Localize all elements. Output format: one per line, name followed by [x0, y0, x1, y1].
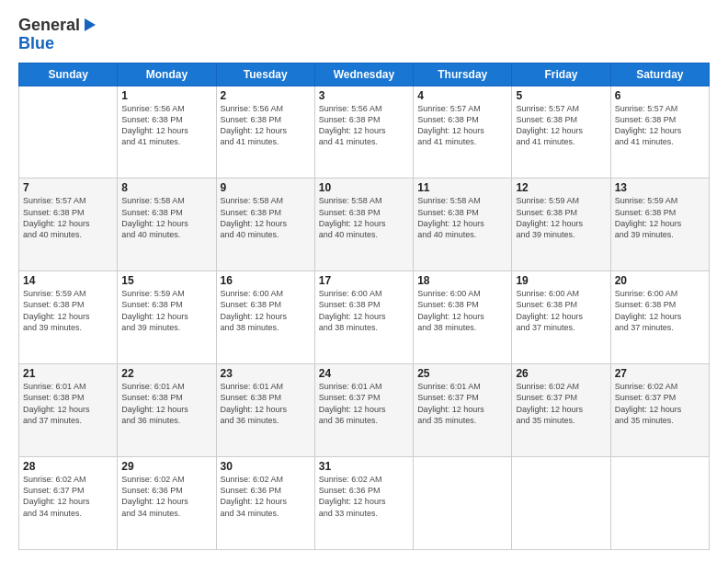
header: General Blue	[18, 17, 710, 53]
day-number: 20	[615, 274, 705, 287]
day-number: 3	[319, 89, 409, 102]
day-number: 14	[23, 274, 113, 287]
calendar-cell: 4Sunrise: 5:57 AMSunset: 6:38 PMDaylight…	[414, 86, 512, 178]
day-info: Sunrise: 6:02 AMSunset: 6:37 PMDaylight:…	[516, 381, 606, 426]
day-number: 17	[319, 274, 409, 287]
logo-blue-text: Blue	[18, 34, 54, 52]
calendar-cell	[512, 457, 610, 550]
calendar-cell: 12Sunrise: 5:59 AMSunset: 6:38 PMDayligh…	[512, 178, 610, 271]
day-info: Sunrise: 6:00 AMSunset: 6:38 PMDaylight:…	[615, 288, 705, 333]
day-number: 22	[121, 367, 211, 380]
day-info: Sunrise: 6:00 AMSunset: 6:38 PMDaylight:…	[221, 288, 311, 333]
logo-general-text: General	[18, 17, 80, 35]
calendar-cell: 25Sunrise: 6:01 AMSunset: 6:37 PMDayligh…	[414, 364, 512, 457]
week-row-4: 21Sunrise: 6:01 AMSunset: 6:38 PMDayligh…	[19, 364, 710, 457]
day-number: 15	[121, 274, 211, 287]
calendar-cell: 2Sunrise: 5:56 AMSunset: 6:38 PMDaylight…	[216, 86, 314, 178]
calendar-cell: 8Sunrise: 5:58 AMSunset: 6:38 PMDaylight…	[118, 178, 216, 271]
day-info: Sunrise: 6:01 AMSunset: 6:37 PMDaylight:…	[319, 381, 409, 426]
weekday-header-wednesday: Wednesday	[314, 63, 413, 86]
calendar-cell: 18Sunrise: 6:00 AMSunset: 6:38 PMDayligh…	[414, 271, 512, 364]
day-info: Sunrise: 5:57 AMSunset: 6:38 PMDaylight:…	[23, 195, 113, 240]
day-info: Sunrise: 6:02 AMSunset: 6:36 PMDaylight:…	[221, 474, 311, 519]
day-number: 28	[23, 460, 113, 473]
week-row-3: 14Sunrise: 5:59 AMSunset: 6:38 PMDayligh…	[19, 271, 710, 364]
logo-icon	[81, 17, 97, 33]
calendar-cell: 15Sunrise: 5:59 AMSunset: 6:38 PMDayligh…	[118, 271, 216, 364]
day-number: 2	[221, 89, 311, 102]
calendar-cell: 20Sunrise: 6:00 AMSunset: 6:38 PMDayligh…	[610, 271, 709, 364]
day-info: Sunrise: 6:02 AMSunset: 6:37 PMDaylight:…	[615, 381, 705, 426]
day-info: Sunrise: 5:56 AMSunset: 6:38 PMDaylight:…	[319, 103, 409, 148]
calendar-cell: 16Sunrise: 6:00 AMSunset: 6:38 PMDayligh…	[216, 271, 314, 364]
day-info: Sunrise: 5:58 AMSunset: 6:38 PMDaylight:…	[121, 195, 211, 240]
calendar-cell	[414, 457, 512, 550]
calendar-cell: 7Sunrise: 5:57 AMSunset: 6:38 PMDaylight…	[19, 178, 118, 271]
day-number: 5	[516, 89, 606, 102]
weekday-header-friday: Friday	[512, 63, 610, 86]
day-number: 11	[417, 181, 507, 194]
day-number: 1	[121, 89, 211, 102]
calendar-cell: 1Sunrise: 5:56 AMSunset: 6:38 PMDaylight…	[118, 86, 216, 178]
week-row-5: 28Sunrise: 6:02 AMSunset: 6:37 PMDayligh…	[19, 457, 710, 550]
calendar-cell	[610, 457, 709, 550]
day-info: Sunrise: 5:56 AMSunset: 6:38 PMDaylight:…	[121, 103, 211, 148]
day-info: Sunrise: 6:00 AMSunset: 6:38 PMDaylight:…	[319, 288, 409, 333]
calendar-cell: 17Sunrise: 6:00 AMSunset: 6:38 PMDayligh…	[314, 271, 413, 364]
day-info: Sunrise: 5:59 AMSunset: 6:38 PMDaylight:…	[23, 288, 113, 333]
day-number: 9	[221, 181, 311, 194]
day-number: 26	[516, 367, 606, 380]
calendar-cell: 23Sunrise: 6:01 AMSunset: 6:38 PMDayligh…	[216, 364, 314, 457]
day-number: 25	[417, 367, 507, 380]
calendar-page: General Blue SundayMondayTuesdayWednesda…	[0, 0, 728, 563]
day-number: 23	[221, 367, 311, 380]
day-number: 27	[615, 367, 705, 380]
calendar-cell: 14Sunrise: 5:59 AMSunset: 6:38 PMDayligh…	[19, 271, 118, 364]
day-info: Sunrise: 6:02 AMSunset: 6:36 PMDaylight:…	[121, 474, 211, 519]
logo: General Blue	[18, 17, 97, 53]
calendar-cell: 11Sunrise: 5:58 AMSunset: 6:38 PMDayligh…	[414, 178, 512, 271]
weekday-header-thursday: Thursday	[414, 63, 512, 86]
day-number: 16	[221, 274, 311, 287]
weekday-header-tuesday: Tuesday	[216, 63, 314, 86]
weekday-header-sunday: Sunday	[19, 63, 118, 86]
day-number: 24	[319, 367, 409, 380]
calendar-cell: 29Sunrise: 6:02 AMSunset: 6:36 PMDayligh…	[118, 457, 216, 550]
day-info: Sunrise: 6:01 AMSunset: 6:38 PMDaylight:…	[221, 381, 311, 426]
calendar-cell: 21Sunrise: 6:01 AMSunset: 6:38 PMDayligh…	[19, 364, 118, 457]
day-number: 19	[516, 274, 606, 287]
calendar-cell: 5Sunrise: 5:57 AMSunset: 6:38 PMDaylight…	[512, 86, 610, 178]
day-number: 8	[121, 181, 211, 194]
calendar-cell: 30Sunrise: 6:02 AMSunset: 6:36 PMDayligh…	[216, 457, 314, 550]
day-info: Sunrise: 5:57 AMSunset: 6:38 PMDaylight:…	[417, 103, 507, 148]
calendar-cell: 26Sunrise: 6:02 AMSunset: 6:37 PMDayligh…	[512, 364, 610, 457]
weekday-header-saturday: Saturday	[610, 63, 709, 86]
day-info: Sunrise: 6:01 AMSunset: 6:38 PMDaylight:…	[23, 381, 113, 426]
calendar-cell: 24Sunrise: 6:01 AMSunset: 6:37 PMDayligh…	[314, 364, 413, 457]
day-info: Sunrise: 5:57 AMSunset: 6:38 PMDaylight:…	[615, 103, 705, 148]
day-number: 31	[319, 460, 409, 473]
day-info: Sunrise: 5:58 AMSunset: 6:38 PMDaylight:…	[417, 195, 507, 240]
calendar-cell	[19, 86, 118, 178]
calendar-cell: 19Sunrise: 6:00 AMSunset: 6:38 PMDayligh…	[512, 271, 610, 364]
calendar-cell: 31Sunrise: 6:02 AMSunset: 6:36 PMDayligh…	[314, 457, 413, 550]
day-info: Sunrise: 5:58 AMSunset: 6:38 PMDaylight:…	[319, 195, 409, 240]
day-info: Sunrise: 5:57 AMSunset: 6:38 PMDaylight:…	[516, 103, 606, 148]
day-info: Sunrise: 5:56 AMSunset: 6:38 PMDaylight:…	[221, 103, 311, 148]
day-info: Sunrise: 5:58 AMSunset: 6:38 PMDaylight:…	[221, 195, 311, 240]
calendar-cell: 28Sunrise: 6:02 AMSunset: 6:37 PMDayligh…	[19, 457, 118, 550]
calendar-cell: 10Sunrise: 5:58 AMSunset: 6:38 PMDayligh…	[314, 178, 413, 271]
calendar-cell: 22Sunrise: 6:01 AMSunset: 6:38 PMDayligh…	[118, 364, 216, 457]
day-info: Sunrise: 6:01 AMSunset: 6:37 PMDaylight:…	[417, 381, 507, 426]
day-number: 21	[23, 367, 113, 380]
calendar-cell: 13Sunrise: 5:59 AMSunset: 6:38 PMDayligh…	[610, 178, 709, 271]
day-info: Sunrise: 6:02 AMSunset: 6:37 PMDaylight:…	[23, 474, 113, 519]
day-info: Sunrise: 6:00 AMSunset: 6:38 PMDaylight:…	[417, 288, 507, 333]
day-info: Sunrise: 6:02 AMSunset: 6:36 PMDaylight:…	[319, 474, 409, 519]
day-number: 10	[319, 181, 409, 194]
calendar-table: SundayMondayTuesdayWednesdayThursdayFrid…	[18, 63, 710, 550]
day-info: Sunrise: 5:59 AMSunset: 6:38 PMDaylight:…	[615, 195, 705, 240]
calendar-cell: 6Sunrise: 5:57 AMSunset: 6:38 PMDaylight…	[610, 86, 709, 178]
svg-marker-0	[85, 18, 96, 31]
weekday-header-monday: Monday	[118, 63, 216, 86]
